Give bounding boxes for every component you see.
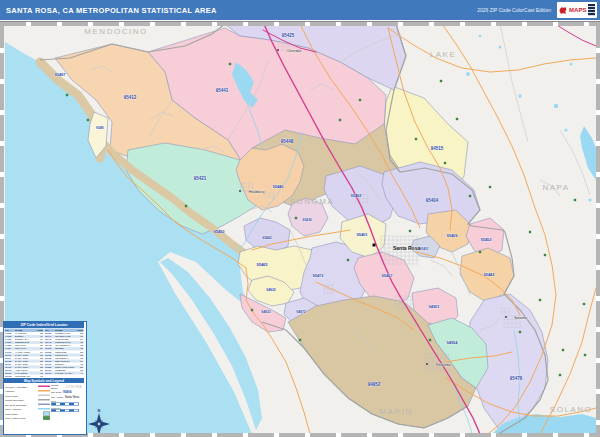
park-marker	[251, 309, 253, 311]
park-marker	[339, 119, 341, 121]
zip-label-95407: 95407	[381, 273, 393, 278]
park-marker	[489, 186, 491, 188]
map-area: ZIP Code Index/Grid Locator ZIPNAMEGRID9…	[0, 22, 600, 437]
legend-sample-row: City / TownSanta Rosa	[51, 394, 82, 399]
park-marker	[299, 339, 301, 341]
pond	[554, 104, 558, 108]
scale-bar-km	[51, 409, 79, 412]
park-marker	[429, 339, 431, 341]
zip-label-95441: 95441	[216, 88, 229, 93]
legend-samples: County NameSONOMAZIP Code95404City / Tow…	[51, 384, 82, 420]
logo-text: MAPS	[569, 7, 586, 13]
park-marker	[87, 119, 89, 121]
park-marker	[559, 374, 561, 376]
legend-item-label: Freeway / Interstate	[5, 385, 38, 388]
pond	[518, 94, 522, 98]
city-label-healdsburg: Healdsburg	[249, 190, 265, 194]
publisher-logo: MAPS	[557, 2, 597, 18]
city-marker-dot	[277, 49, 279, 51]
park-marker	[519, 331, 521, 333]
zip-label-95401: 95401	[356, 232, 368, 237]
park-marker	[295, 217, 297, 219]
zip-label-95492: 95492	[350, 193, 362, 198]
city-marker-square	[373, 244, 376, 247]
edition-label: 2026 ZIP Code ColorCast Edition	[477, 7, 551, 13]
zip-label-95446: 95446	[272, 184, 284, 189]
park-marker	[583, 303, 585, 305]
park-marker	[185, 205, 187, 207]
legend-content: ZIP Code Index/Grid Locator ZIPNAMEGRID9…	[4, 322, 84, 432]
legend-panel: ZIP Code Index/Grid Locator ZIPNAMEGRID9…	[3, 321, 87, 435]
pond	[565, 129, 568, 132]
park-marker	[456, 118, 458, 120]
compass-north-label: N	[98, 408, 101, 413]
zip-index-column: ZIPNAMEGRID95436FORESTVILLED395441GEYSER…	[45, 329, 84, 378]
park-marker	[415, 138, 417, 140]
legend-item-label: Park / Public Land	[5, 416, 43, 419]
map-canvas: MENDOCINOLAKESONOMANAPAMARINSOLANO945159…	[0, 22, 600, 437]
park-marker	[479, 251, 481, 253]
park-marker	[562, 349, 564, 351]
park-marker	[66, 94, 68, 96]
county-label-lake: LAKE	[430, 50, 456, 59]
zip-label-95436: 95436	[302, 218, 312, 222]
zip-label-94954: 94954	[446, 340, 458, 345]
park-marker	[409, 230, 411, 232]
zip-label-95421: 95421	[194, 176, 207, 181]
city-label-petaluma: Petaluma	[436, 363, 451, 367]
park-marker	[469, 195, 471, 197]
legend-swatch	[43, 411, 50, 415]
zip-label-95480: 95480	[96, 126, 104, 130]
city-label-sonoma: Sonoma	[514, 316, 527, 320]
city-marker-dot	[239, 190, 241, 192]
pond	[570, 63, 573, 66]
zip-label-95425: 95425	[282, 33, 295, 38]
zip-label-95448: 95448	[281, 139, 294, 144]
park-marker	[347, 259, 349, 261]
legend-swatch	[38, 395, 50, 397]
zip-label-94951: 94951	[428, 304, 440, 309]
park-marker	[229, 63, 231, 65]
pond	[466, 72, 470, 76]
park-marker	[444, 162, 446, 164]
map-legend-body: Freeway / InterstateHighwayLocal RoadCou…	[4, 383, 84, 421]
scale-bar-miles	[51, 403, 79, 406]
legend-item-label: ZIP Code Boundary	[5, 403, 38, 406]
pond	[588, 198, 591, 201]
legend-swatch	[38, 404, 50, 406]
logo-text-block	[588, 4, 595, 16]
park-marker	[440, 80, 442, 82]
zip-label-94972: 94972	[296, 310, 306, 314]
legend-swatch	[43, 416, 50, 420]
zip-label-95412: 95412	[124, 95, 137, 100]
zip-label-95442: 95442	[483, 272, 495, 277]
city-marker-dot	[505, 316, 507, 318]
county-label-marin: MARIN	[379, 407, 412, 416]
legend-item-label: River / Stream	[5, 407, 38, 410]
legend-swatch	[38, 386, 50, 388]
zip-label-95465: 95465	[256, 262, 268, 267]
zip-label-95462: 95462	[262, 236, 272, 240]
legend-swatch	[38, 390, 50, 392]
zip-label-95472: 95472	[312, 273, 324, 278]
zip-index-row: 95497THE SEA RANCHA1	[45, 372, 84, 375]
park-marker	[574, 199, 576, 201]
zip-label-94515: 94515	[431, 146, 444, 151]
park-marker	[584, 354, 586, 356]
county-label-solano: SOLANO	[550, 405, 592, 414]
zip-label-95476: 95476	[510, 376, 523, 381]
zip-label-94923: 94923	[261, 310, 271, 314]
zip-label-95409: 95409	[446, 233, 458, 238]
legend-item-label: Water Body	[5, 412, 43, 415]
legend-item-label: Local Road	[5, 394, 38, 397]
usa-map-icon	[559, 5, 567, 16]
legend-swatch	[38, 408, 50, 410]
zip-label-94922: 94922	[266, 288, 276, 292]
city-label-cloverdale: Cloverdale	[287, 49, 302, 53]
park-marker	[539, 299, 541, 301]
legend-symbol-list: Freeway / InterstateHighwayLocal RoadCou…	[5, 384, 50, 420]
zip-label-95405: 95405	[420, 247, 429, 251]
zip-label-95497: 95497	[54, 72, 66, 77]
zip-label-95450: 95450	[213, 229, 225, 234]
zip-label-95404: 95404	[426, 198, 439, 203]
